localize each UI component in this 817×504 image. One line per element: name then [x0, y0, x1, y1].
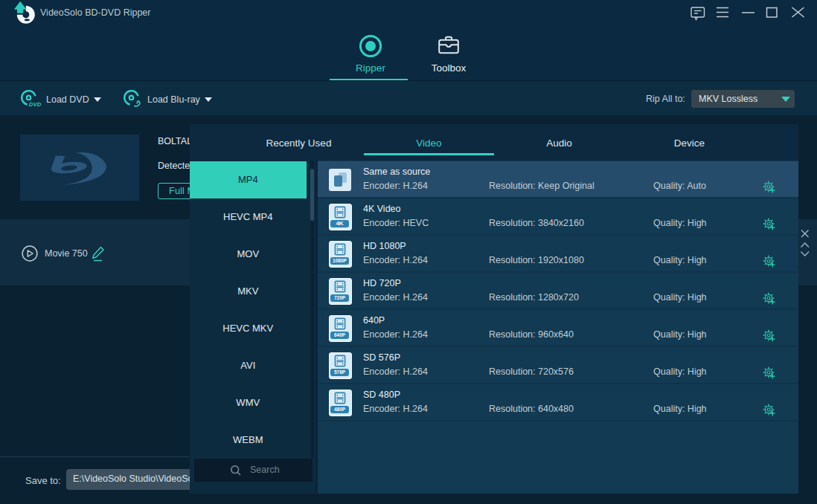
svg-text:DVD: DVD — [29, 101, 42, 108]
